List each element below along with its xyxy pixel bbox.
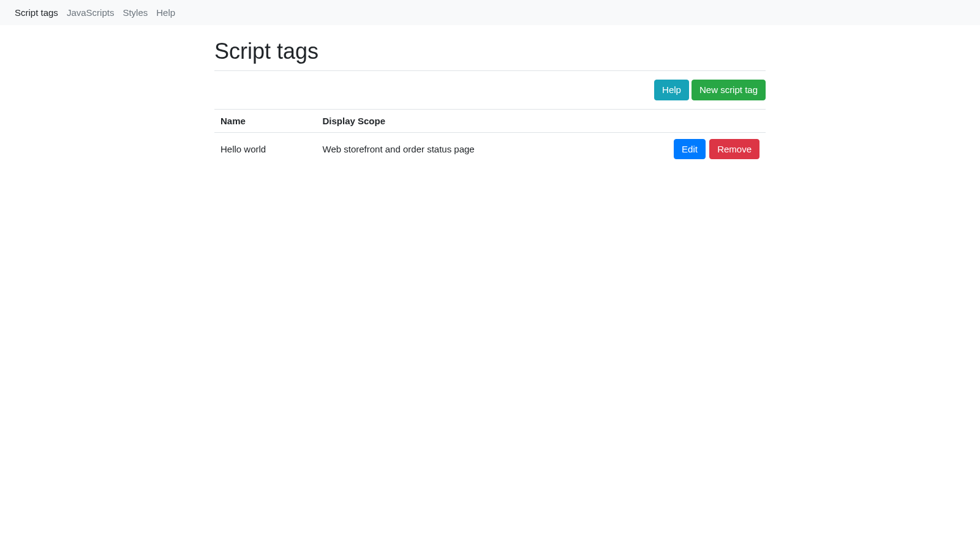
nav-item-help[interactable]: Help [156, 7, 175, 18]
action-bar: Help New script tag [214, 71, 766, 110]
top-nav: Script tags JavaScripts Styles Help [0, 0, 980, 25]
help-button[interactable]: Help [654, 80, 689, 100]
nav-item-script-tags[interactable]: Script tags [15, 7, 58, 18]
new-script-tag-button[interactable]: New script tag [692, 80, 766, 100]
table-header-display-scope: Display Scope [317, 110, 620, 133]
cell-actions: Edit Remove [620, 132, 766, 165]
cell-display-scope: Web storefront and order status page [317, 132, 620, 165]
cell-name: Hello world [214, 132, 317, 165]
script-tags-table: Name Display Scope Hello world Web store… [214, 110, 766, 166]
page-title: Script tags [214, 39, 766, 71]
table-header-actions [620, 110, 766, 133]
table-row: Hello world Web storefront and order sta… [214, 132, 766, 165]
main-container: Script tags Help New script tag Name Dis… [214, 25, 766, 179]
remove-button[interactable]: Remove [709, 139, 760, 160]
table-header-name: Name [214, 110, 317, 133]
nav-item-javascripts[interactable]: JavaScripts [67, 7, 115, 18]
nav-item-styles[interactable]: Styles [123, 7, 148, 18]
edit-button[interactable]: Edit [674, 139, 706, 160]
